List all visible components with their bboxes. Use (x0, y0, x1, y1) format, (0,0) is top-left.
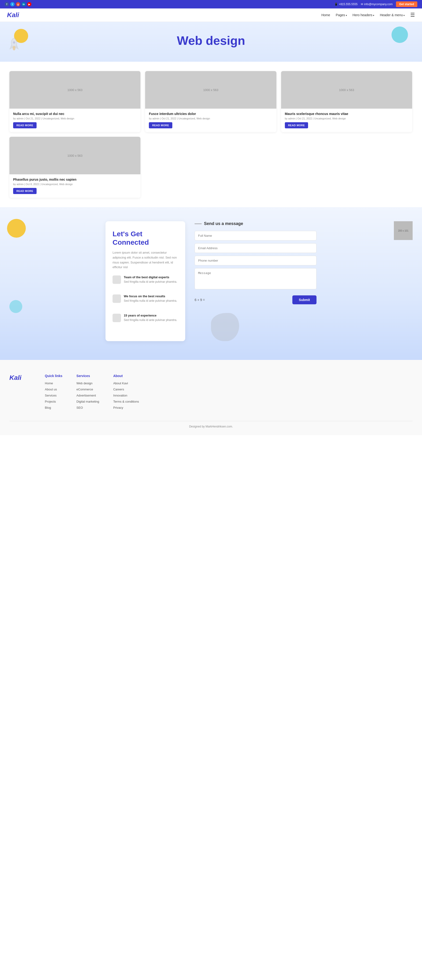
feature-icon-3 (113, 314, 121, 322)
footer-col-quick-links-title: Quick links (45, 374, 62, 378)
blog-card-4-body: Phasellus purus justo, mollis nec sapien… (10, 174, 140, 198)
submit-button[interactable]: Submit (292, 295, 316, 304)
svg-point-3 (13, 41, 15, 44)
nav-header-menu[interactable]: Header & menu (380, 13, 405, 17)
feature-text-1: Team of the best digital experts Sed fri… (124, 275, 177, 290)
footer-link-services[interactable]: Services (45, 394, 57, 397)
blog-grid: 1000 x 563 Nulla arcu mi, suscipit ut du… (10, 71, 412, 198)
hero-title: Web design (7, 33, 415, 48)
blog-card-3-read-more[interactable]: READ MORE (285, 122, 308, 128)
blog-card-1-body: Nulla arcu mi, suscipit ut dui nec by ad… (10, 109, 140, 132)
footer-col-services: Services Web design eCommerce Advertisem… (76, 374, 99, 412)
blog-card-4-meta: by admin | Oct 8, 2022 | Uncategorized, … (13, 183, 137, 186)
phone-input[interactable] (195, 256, 316, 265)
twitter-icon[interactable]: t (10, 2, 14, 6)
feature-item-2: We focus on the best results Sed fringil… (113, 294, 178, 309)
blog-card-1-read-more[interactable]: READ MORE (13, 122, 36, 128)
message-input[interactable] (195, 268, 316, 289)
footer-about-list: About Kavi Careers Innovation Terms & co… (113, 381, 139, 410)
blog-card-1-meta: by admin | Oct 21, 2022 | Uncategorized,… (13, 117, 137, 120)
contact-left-panel: Let's Get Connected Lorem ipsum dolor si… (106, 221, 185, 341)
blog-card-3-meta: by admin | Oct 21, 2022 | Uncategorized,… (285, 117, 408, 120)
blog-card-1-title: Nulla arcu mi, suscipit ut dui nec (13, 112, 137, 116)
form-title: Send us a message (195, 221, 316, 226)
footer-link-home[interactable]: Home (45, 382, 53, 385)
footer-link-privacy[interactable]: Privacy (113, 406, 123, 409)
blog-card-2-title: Fusce interdum ultricies dolor (149, 112, 273, 116)
cyan-circle-decoration (392, 27, 408, 43)
footer-link-about[interactable]: About us (45, 388, 57, 391)
footer-top: Kali Quick links Home About us Services … (10, 374, 412, 412)
nav-links: Home Pages Hero headers Header & menu ☰ (321, 12, 415, 18)
form-footer: 6 + 9 = Submit (195, 295, 316, 304)
blog-card-1-image: 1000 x 563 (10, 71, 140, 109)
footer-link-advertisement[interactable]: Advertisement (76, 394, 96, 397)
logo[interactable]: Kali (7, 11, 19, 19)
blog-card-4-image: 1000 x 563 (10, 137, 140, 174)
email-info: ✉ info@mycompany.com (361, 3, 392, 6)
rocket-decoration (5, 36, 24, 55)
contact-placeholder-image: 200 x 101 (394, 221, 412, 240)
nav-hero-headers[interactable]: Hero headers (352, 13, 374, 17)
get-started-button[interactable]: Get started (396, 2, 417, 7)
nav-pages[interactable]: Pages (336, 13, 347, 17)
footer-link-digitalmarketing[interactable]: Digital marketing (76, 400, 99, 403)
footer-quick-links-list: Home About us Services Projects Blog (45, 381, 62, 410)
blog-card-4-read-more[interactable]: READ MORE (13, 188, 36, 194)
blog-card-4: 1000 x 563 Phasellus purus justo, mollis… (10, 137, 140, 198)
footer-col-about: About About Kavi Careers Innovation Term… (113, 374, 139, 412)
footer-link-blog[interactable]: Blog (45, 406, 51, 409)
footer-bottom: Designed by MarkHendriksen.com. (10, 421, 412, 428)
svg-point-4 (13, 46, 16, 51)
footer-link-ecommerce[interactable]: eCommerce (76, 388, 93, 391)
youtube-icon[interactable]: ▶ (27, 2, 32, 6)
footer-copyright: Designed by MarkHendriksen.com. (189, 425, 233, 428)
blog-card-3-title: Mauris scelerisque rhoncus mauris vitae (285, 112, 408, 116)
phone-info: 📱 +815.555.5555 (334, 3, 357, 6)
blog-card-2-image: 1000 x 563 (145, 71, 276, 109)
blog-section: 1000 x 563 Nulla arcu mi, suscipit ut du… (0, 62, 422, 207)
contact-cyan-circle (10, 300, 22, 313)
feature-item-1: Team of the best digital experts Sed fri… (113, 275, 178, 290)
nav-home[interactable]: Home (321, 13, 330, 17)
blob-decoration (211, 313, 239, 341)
feature-icon-2 (113, 294, 121, 303)
footer-link-webdesign[interactable]: Web design (76, 382, 92, 385)
blog-card-4-title: Phasellus purus justo, mollis nec sapien (13, 178, 137, 181)
contact-left-title: Let's Get Connected (113, 230, 178, 247)
blog-card-2-meta: by admin | Oct 21, 2022 | Uncategorized,… (149, 117, 273, 120)
footer-col-services-title: Services (76, 374, 99, 378)
footer-link-seo[interactable]: SEO (76, 406, 83, 409)
fullname-input[interactable] (195, 231, 316, 240)
blog-card-2-body: Fusce interdum ultricies dolor by admin … (145, 109, 276, 132)
footer-link-about-kavi[interactable]: About Kavi (113, 382, 128, 385)
hero-section: Web design (0, 22, 422, 62)
contact-yellow-circle (7, 219, 26, 238)
facebook-icon[interactable]: f (5, 2, 9, 6)
footer-link-careers[interactable]: Careers (113, 388, 124, 391)
linkedin-icon[interactable]: in (22, 2, 26, 6)
hamburger-icon[interactable]: ☰ (410, 12, 415, 18)
googleplus-icon[interactable]: g (16, 2, 20, 6)
blog-card-2-read-more[interactable]: READ MORE (149, 122, 172, 128)
footer: Kali Quick links Home About us Services … (0, 360, 422, 435)
email-input[interactable] (195, 243, 316, 253)
feature-item-3: 15 years of experience Sed fringilla nul… (113, 314, 178, 328)
contact-section: 200 x 101 Let's Get Connected Lorem ipsu… (0, 207, 422, 360)
blog-card-3-body: Mauris scelerisque rhoncus mauris vitae … (281, 109, 412, 132)
blog-card-2: 1000 x 563 Fusce interdum ultricies dolo… (145, 71, 276, 132)
footer-link-innovation[interactable]: Innovation (113, 394, 127, 397)
blog-card-3: 1000 x 563 Mauris scelerisque rhoncus ma… (281, 71, 412, 132)
footer-logo[interactable]: Kali (10, 374, 21, 412)
contact-right-form: Send us a message 6 + 9 = Submit (195, 221, 316, 304)
footer-services-list: Web design eCommerce Advertisement Digit… (76, 381, 99, 410)
footer-col-quick-links: Quick links Home About us Services Proje… (45, 374, 62, 412)
feature-text-3: 15 years of experience Sed fringilla nul… (124, 314, 177, 328)
navbar: Kali Home Pages Hero headers Header & me… (0, 8, 422, 22)
social-icons-group: f t g in ▶ (5, 2, 32, 6)
footer-link-terms[interactable]: Terms & conditions (113, 400, 139, 403)
contact-left-desc: Lorem ipsum dolor sit amet, consectetur … (113, 250, 178, 270)
blog-card-3-image: 1000 x 563 (281, 71, 412, 109)
footer-link-projects[interactable]: Projects (45, 400, 56, 403)
top-bar: f t g in ▶ 📱 +815.555.5555 ✉ info@mycomp… (0, 0, 422, 8)
